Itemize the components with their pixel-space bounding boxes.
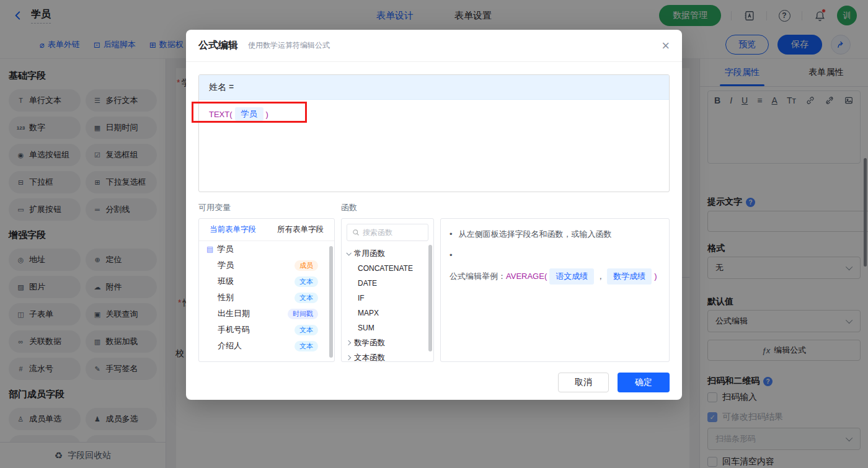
tab-all-form-fields[interactable]: 所有表单字段: [267, 219, 334, 241]
search-icon: [352, 229, 360, 236]
variable-item[interactable]: 性别文本: [199, 289, 334, 306]
functions-label: 函数: [341, 202, 357, 213]
modal-title: 公式编辑: [198, 39, 238, 52]
function-item[interactable]: DATE: [342, 276, 433, 291]
function-group-common[interactable]: 常用函数: [342, 246, 433, 261]
function-search-input[interactable]: [363, 228, 418, 237]
example-chip: 语文成绩: [549, 268, 594, 285]
function-item[interactable]: CONCATENATE: [342, 261, 433, 276]
type-badge: 文本: [294, 276, 318, 287]
function-group-math[interactable]: 数学函数: [342, 335, 433, 350]
variable-item[interactable]: 出生日期时间戳: [199, 306, 334, 322]
confirm-button[interactable]: 确定: [618, 373, 670, 392]
function-item[interactable]: SUM: [342, 320, 433, 335]
formula-help-panel: •从左侧面板选择字段名和函数，或输入函数 • 公式编辑举例：AVERAGE(语文…: [440, 218, 670, 362]
functions-panel: 常用函数 CONCATENATE DATE IF MAPX SUM 数学函数 文…: [341, 218, 434, 362]
variables-panel: 当前表单字段 所有表单字段 ▤ 学员 学员成员 班级文本 性别文本 出生日期时间…: [198, 218, 335, 362]
variable-item[interactable]: 介绍人文本: [199, 338, 334, 354]
type-badge: 时间戳: [288, 309, 318, 319]
type-badge: 文本: [294, 341, 318, 351]
chevron-right-icon: [346, 355, 351, 360]
form-doc-icon: ▤: [206, 245, 213, 254]
variable-item[interactable]: 学员成员: [199, 257, 334, 273]
variables-label: 可用变量: [198, 202, 341, 213]
formula-target: 姓名 =: [199, 75, 669, 100]
help-tip-2: • 公式编辑举例：AVERAGE(语文成绩，数学成绩): [450, 249, 660, 285]
cancel-button[interactable]: 取消: [558, 373, 609, 392]
function-group-text[interactable]: 文本函数: [342, 350, 433, 362]
function-item[interactable]: IF: [342, 291, 433, 306]
annotation-highlight-box: [192, 102, 307, 123]
tab-current-form-fields[interactable]: 当前表单字段: [199, 219, 267, 241]
variable-item[interactable]: 手机号码文本: [199, 322, 334, 338]
close-icon[interactable]: ×: [662, 39, 670, 53]
variables-scrollbar[interactable]: [329, 246, 333, 358]
function-search[interactable]: [347, 224, 428, 241]
variables-root[interactable]: ▤ 学员: [199, 241, 334, 257]
modal-subtitle: 使用数学运算符编辑公式: [248, 40, 330, 51]
type-badge: 文本: [294, 325, 318, 335]
formula-edit-modal: 公式编辑 使用数学运算符编辑公式 × 姓名 = TEXT( 学员 ) 可用变量 …: [186, 30, 682, 400]
help-tip-1: •从左侧面板选择字段名和函数，或输入函数: [450, 227, 660, 241]
example-chip: 数学成绩: [607, 268, 652, 285]
chevron-down-icon: [346, 250, 351, 255]
functions-scrollbar[interactable]: [428, 245, 432, 351]
type-badge: 成员: [294, 260, 318, 271]
function-item[interactable]: MAPX: [342, 306, 433, 320]
type-badge: 文本: [294, 293, 318, 303]
chevron-right-icon: [346, 340, 351, 345]
variable-item[interactable]: 班级文本: [199, 273, 334, 289]
formula-editor[interactable]: 姓名 = TEXT( 学员 ): [198, 74, 670, 192]
